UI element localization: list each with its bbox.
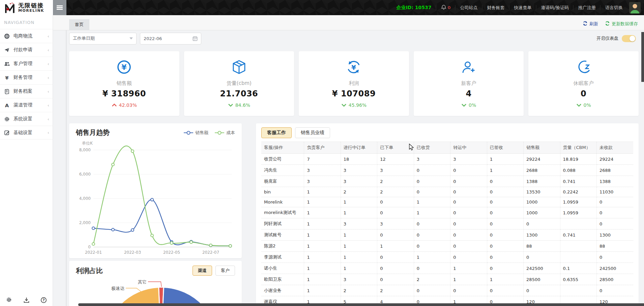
table-row[interactable]: 杨竟富33200013880.7411388 xyxy=(261,176,633,187)
table-cell: 0 xyxy=(450,207,487,218)
topbar-link-2[interactable]: 财务账套 xyxy=(483,5,509,11)
help-icon[interactable]: ? xyxy=(40,297,47,303)
globe-icon xyxy=(4,33,11,39)
table-cell: 2 xyxy=(377,285,414,296)
table-cell: 0 xyxy=(450,285,487,296)
gear-icon[interactable] xyxy=(6,297,12,303)
table-cell xyxy=(560,252,596,263)
table-header-cell[interactable]: 货量（CBM） xyxy=(560,142,596,154)
topbar-link-6[interactable]: 语言切换 xyxy=(601,5,627,11)
table-cell: 1388 xyxy=(524,176,560,187)
legend-item-1[interactable]: 销售额 xyxy=(183,130,208,136)
brand-logo[interactable]: 无限链接 MORELINK xyxy=(0,0,53,15)
table-row[interactable]: bin122000135300.224211030 xyxy=(261,187,633,197)
kpi-value: ¥ 107089 xyxy=(332,89,376,98)
table-cell: 1 xyxy=(304,241,341,252)
dashboard-toggle[interactable] xyxy=(622,35,636,42)
topbar-link-3[interactable]: 快速查单 xyxy=(510,5,536,11)
table-cell: 1.0959 xyxy=(560,197,596,207)
date-type-select[interactable]: 工作单日期 xyxy=(69,33,137,44)
sidebar-item-2[interactable]: 付款申请‹ xyxy=(0,43,53,57)
sidebar-item-3[interactable]: 客户管理‹ xyxy=(0,57,53,70)
topbar-link-4[interactable]: 邀请码/验证码 xyxy=(537,5,573,11)
tab-home[interactable]: 首页 xyxy=(69,19,89,30)
calendar-icon xyxy=(193,36,198,41)
user-plus-icon xyxy=(461,59,476,76)
table-row[interactable]: 欧阳卫东130211285000.635528500 xyxy=(261,274,633,285)
table-row[interactable]: 诺小生1100102425000.1242500 xyxy=(261,263,633,274)
table-cell: 3 xyxy=(450,154,487,165)
table-row[interactable]: Morelink11010010001.09590 xyxy=(261,197,633,207)
table-row[interactable]: 收货公司718123312922418.81929224 xyxy=(261,154,633,165)
table-cell-name: 陈源2 xyxy=(261,241,304,252)
table-row[interactable]: morelink测试号11010010001.09590 xyxy=(261,207,633,218)
kpi-label: 新客户 xyxy=(461,80,476,87)
main-area: 首页 刷新 更新数据缓存 工作单日期 2022-0 xyxy=(53,15,644,306)
table-cell: 0.088 xyxy=(560,165,596,176)
legend-item-2[interactable]: 成本 xyxy=(214,130,235,136)
table-cell: 0.1 xyxy=(560,263,596,274)
table-header-cell[interactable]: 销售额 xyxy=(524,142,560,154)
svg-text:6,000: 6,000 xyxy=(79,172,91,177)
update-cache-button[interactable]: 更新数据缓存 xyxy=(605,21,638,27)
sidebar-item-6[interactable]: A渠道管理‹ xyxy=(0,98,53,112)
pie-mode-2-button[interactable]: 客户 xyxy=(215,266,235,276)
kpi-label: 利润 xyxy=(349,80,359,87)
pie-mode-1-button[interactable]: 渠道 xyxy=(193,266,212,276)
table-header-cell[interactable]: 已收货 xyxy=(414,142,450,154)
table-row[interactable]: 阿轩测试13300000 xyxy=(261,218,633,230)
work-table-tab-1[interactable]: 客服工作 xyxy=(261,127,292,138)
table-row[interactable]: 陈源21110008888 xyxy=(261,241,633,252)
table-row[interactable]: 李源测试11010000 xyxy=(261,252,633,263)
topbar-link-1[interactable]: 公司站点 xyxy=(456,5,482,11)
horizontal-scrollbar[interactable] xyxy=(78,303,644,306)
month-picker-input[interactable]: 2022-06 xyxy=(140,33,201,44)
pie-label-jisuda: 极速达 xyxy=(111,286,124,291)
sidebar-item-1[interactable]: 电商物流‹ xyxy=(0,29,53,43)
notification-bell[interactable]: 0 xyxy=(437,4,455,11)
sidebar-toggle-button[interactable] xyxy=(53,0,66,15)
sales-trend-card: 销售月趋势 销售额成本 单位K8,0006,0004,0002,00002022… xyxy=(69,123,242,258)
table-row[interactable]: 冯先生33300126880.0882688 xyxy=(261,165,633,176)
table-header-cell[interactable]: 负责客户 xyxy=(304,142,341,154)
user-avatar[interactable] xyxy=(629,2,641,13)
kpi-label: 货量(cbm) xyxy=(227,80,252,87)
brand-name-cn: 无限链接 xyxy=(18,3,44,9)
refresh-label: 刷新 xyxy=(589,21,598,27)
table-header-cell[interactable]: 进行中订单 xyxy=(341,142,377,154)
table-header-cell[interactable]: 客服/操作 xyxy=(261,142,304,154)
sidebar-footer: ? xyxy=(0,297,53,303)
kpi-card-4: 新客户40% xyxy=(414,51,524,116)
vertical-scrollbar[interactable] xyxy=(641,32,644,82)
table-row[interactable]: 小谢业务12200000 xyxy=(261,285,633,296)
table-cell-name: 李源测试 xyxy=(261,252,304,263)
table-header-cell[interactable]: 转运中 xyxy=(450,142,487,154)
brand-name-en: MORELINK xyxy=(18,9,44,13)
table-row[interactable]: 测试账号11000013000.7411300 xyxy=(261,230,633,241)
kpi-label: 休眠客户 xyxy=(574,80,594,87)
work-table-tab-2[interactable]: 销售员业绩 xyxy=(295,127,330,138)
table-cell: 0 xyxy=(414,263,450,274)
sidebar-item-4[interactable]: ¥财务管理‹ xyxy=(0,70,53,84)
sidebar-item-7[interactable]: 系统设置‹ xyxy=(0,112,53,126)
morelink-logo-icon xyxy=(3,2,16,14)
chevron-left-icon: ‹ xyxy=(48,103,49,108)
table-cell: 88 xyxy=(524,241,560,252)
notification-count: 0 xyxy=(448,5,451,10)
pie-mode-buttons: 渠道客户 xyxy=(193,266,235,276)
sidebar-item-8[interactable]: 基础设置‹ xyxy=(0,126,53,140)
table-header-cell[interactable]: 已签收 xyxy=(487,142,523,154)
table-cell: 12 xyxy=(377,154,414,165)
table-header-cell[interactable]: 未收款 xyxy=(597,142,634,154)
sidebar-item-5[interactable]: 财务档案‹ xyxy=(0,84,53,98)
table-cell: 0 xyxy=(597,252,634,263)
profit-share-title: 利润占比 xyxy=(76,266,103,275)
download-icon[interactable] xyxy=(23,297,30,303)
table-cell-name: 收货公司 xyxy=(261,154,304,165)
refresh-button[interactable]: 刷新 xyxy=(583,21,598,27)
month-value: 2022-06 xyxy=(144,36,162,41)
table-cell: 2 xyxy=(377,176,414,187)
sidebar-item-label: 财务档案 xyxy=(13,88,48,94)
topbar-link-5[interactable]: 推广注册 xyxy=(574,5,600,11)
table-cell: 1000 xyxy=(524,207,560,218)
